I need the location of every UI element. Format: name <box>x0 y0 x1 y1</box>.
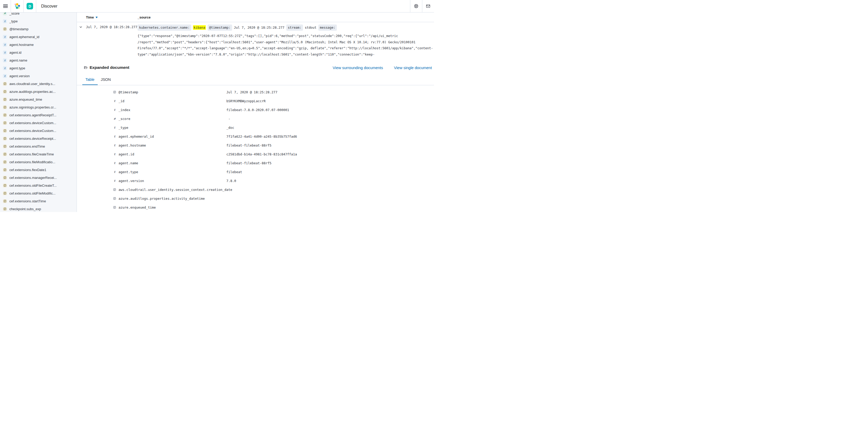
field-label: agent.name <box>9 58 27 62</box>
sidebar-field-cef.extensions.flexDate1[interactable]: cef.extensions.flexDate1 <box>0 166 76 174</box>
calendar-icon <box>3 82 7 86</box>
field-label: azure.signinlogs.properties.cr... <box>9 105 56 109</box>
sidebar-field-agent.version[interactable]: tagent.version <box>0 72 76 80</box>
field-value: c2581dbd-b14a-4981-bc78-831c847ffa1a <box>226 152 297 156</box>
sidebar-field-cef.extensions.deviceCustom...[interactable]: cef.extensions.deviceCustom... <box>0 127 76 135</box>
sidebar-field-cef.extensions.oldFileModific...[interactable]: cef.extensions.oldFileModific... <box>0 189 76 197</box>
elastic-logo-icon <box>14 3 21 10</box>
help-button[interactable] <box>410 0 422 12</box>
field-label: _score <box>9 12 20 16</box>
calendar-icon <box>3 137 7 141</box>
table-row: tagent.typefilebeat <box>77 167 434 176</box>
sidebar-field-azure.signinlogs.properties.cr...[interactable]: azure.signinlogs.properties.cr... <box>0 103 76 111</box>
field-label: cef.extensions.fileCreateTime <box>9 152 54 156</box>
time-column-header[interactable]: Time <box>86 16 137 19</box>
table-row: t_indexfilebeat-7.8.0-2020.07.07-000001 <box>77 105 434 114</box>
field-value: - <box>226 117 232 121</box>
sidebar-field-cef.extensions.fileCreateTime[interactable]: cef.extensions.fileCreateTime <box>0 150 76 158</box>
table-row: tagent.namefilebeat-filebeat-88rf5 <box>77 159 434 167</box>
sidebar-field-cef.extensions.deviceCustom...[interactable]: cef.extensions.deviceCustom... <box>0 119 76 127</box>
table-row: #_score - <box>77 114 434 123</box>
string-field-icon: t <box>3 58 7 62</box>
sidebar-field-agent.ephemeral_id[interactable]: tagent.ephemeral_id <box>0 33 76 41</box>
calendar-icon <box>3 176 7 180</box>
hamburger-icon <box>3 4 8 9</box>
table-row: azure.enqueued_time <box>77 203 434 212</box>
string-field-icon: t <box>113 170 117 174</box>
field-value: filebeat-filebeat-88rf5 <box>226 143 272 147</box>
sidebar-field-cef.extensions.deviceReceipt...[interactable]: cef.extensions.deviceReceipt... <box>0 135 76 142</box>
doc-viewer-tabs: TableJSON <box>77 75 434 85</box>
field-name: agent.id <box>119 152 226 156</box>
message-line: {"type":"response","@timestamp":"2020-07… <box>137 33 433 39</box>
sidebar-field-agent.id[interactable]: tagent.id <box>0 49 76 56</box>
sidebar-field-cef.extensions.startTime[interactable]: cef.extensions.startTime <box>0 197 76 205</box>
table-row: azure.auditlogs.properties.activity_date… <box>77 194 434 203</box>
field-name: agent.ephemeral_id <box>119 135 226 138</box>
calendar-icon <box>3 105 7 109</box>
calendar-icon <box>3 144 7 148</box>
sidebar-field-cef.extensions.endTime[interactable]: cef.extensions.endTime <box>0 142 76 150</box>
source-field-badge: @timestamp: <box>208 25 232 31</box>
field-name: agent.hostname <box>119 143 226 147</box>
field-label: agent.hostname <box>9 43 34 47</box>
sidebar-field-aws.cloudtrail.user_identity.s...[interactable]: aws.cloudtrail.user_identity.s... <box>0 80 76 88</box>
source-field-badge: stream: <box>286 25 303 31</box>
newsfeed-button[interactable] <box>422 0 434 12</box>
field-label: cef.extensions.oldFileCreateT... <box>9 183 57 188</box>
calendar-icon <box>113 197 117 200</box>
sidebar-field-agent.name[interactable]: tagent.name <box>0 56 76 64</box>
sidebar-field-checkpoint.subs_exp[interactable]: checkpoint.subs_exp <box>0 205 76 212</box>
field-label: cef.extensions.fileModificatio... <box>9 160 55 164</box>
collapse-row-button[interactable] <box>79 25 83 30</box>
tab-json[interactable]: JSON <box>98 75 114 85</box>
field-value: 7.8.0 <box>226 179 236 183</box>
string-field-icon: t <box>3 51 7 55</box>
calendar-icon <box>3 207 7 211</box>
calendar-icon <box>3 160 7 164</box>
string-field-icon: t <box>3 66 7 70</box>
available-fields-list: #_scoret_type@timestamptagent.ephemeral_… <box>0 12 76 212</box>
time-column-label: Time <box>86 16 94 19</box>
sidebar-field-azure.enqueued_time[interactable]: azure.enqueued_time <box>0 95 76 103</box>
source-message: {"type":"response","@timestamp":"2020-07… <box>137 33 433 57</box>
string-field-icon: t <box>113 152 117 156</box>
calendar-icon <box>3 90 7 94</box>
field-label: cef.extensions.deviceCustom... <box>9 129 56 133</box>
help-icon <box>414 4 418 8</box>
calendar-icon <box>3 113 7 117</box>
sidebar-field-azure.auditlogs.properties.ac...[interactable]: azure.auditlogs.properties.ac... <box>0 88 76 95</box>
sidebar-field-_score[interactable]: #_score <box>0 12 76 17</box>
sidebar-field-_type[interactable]: t_type <box>0 17 76 25</box>
number-field-icon: # <box>3 12 7 16</box>
field-name: _index <box>119 108 226 112</box>
field-label: cef.extensions.flexDate1 <box>9 168 46 172</box>
field-label: azure.auditlogs.properties.ac... <box>9 90 56 94</box>
elastic-logo[interactable] <box>11 0 24 12</box>
discover-main: Time _source Jul 7, 2020 @ 18:25:28.277 … <box>77 12 434 212</box>
sidebar-field-cef.extensions.fileModificatio...[interactable]: cef.extensions.fileModificatio... <box>0 158 76 166</box>
field-name: agent.type <box>119 170 226 174</box>
sidebar-field-cef.extensions.agentReceiptT...[interactable]: cef.extensions.agentReceiptT... <box>0 111 76 119</box>
sidebar-field-agent.hostname[interactable]: tagent.hostname <box>0 41 76 49</box>
app-badge[interactable]: D <box>24 0 36 12</box>
document-source: kubernetes.container.name:kibana@timesta… <box>137 25 434 57</box>
calendar-icon <box>3 97 7 102</box>
tab-table[interactable]: Table <box>82 75 98 85</box>
menu-icon[interactable] <box>0 0 11 12</box>
calendar-icon <box>3 121 7 125</box>
message-line: /report","method":"post","headers":{"hos… <box>137 39 433 46</box>
field-label: agent.version <box>9 74 30 78</box>
field-label: cef.extensions.managerRecei... <box>9 176 57 180</box>
message-line: Firefox/77.0","accept":"*/*","accept-lan… <box>137 45 433 51</box>
sidebar-field-agent.type[interactable]: tagent.type <box>0 64 76 72</box>
field-label: cef.extensions.oldFileModific... <box>9 191 56 195</box>
sidebar-field-@timestamp[interactable]: @timestamp <box>0 25 76 33</box>
sidebar-field-cef.extensions.oldFileCreateT...[interactable]: cef.extensions.oldFileCreateT... <box>0 181 76 189</box>
view-single-document-link[interactable]: View single document <box>394 65 432 70</box>
view-surrounding-documents-link[interactable]: View surrounding documents <box>333 65 383 70</box>
field-label: agent.id <box>9 51 21 55</box>
calendar-icon <box>3 191 7 195</box>
sidebar-field-cef.extensions.managerRecei...[interactable]: cef.extensions.managerRecei... <box>0 174 76 181</box>
field-label: aws.cloudtrail.user_identity.s... <box>9 82 55 86</box>
